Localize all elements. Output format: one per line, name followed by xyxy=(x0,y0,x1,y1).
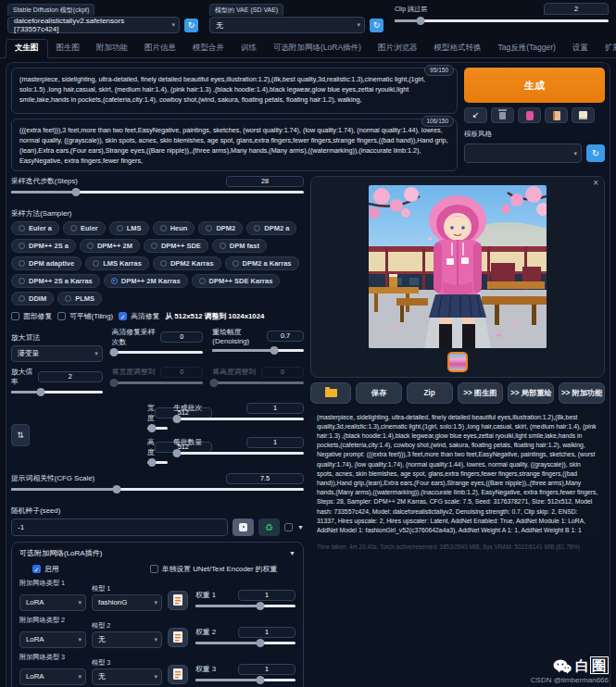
generated-image[interactable] xyxy=(369,185,547,348)
chevron-down-icon[interactable]: ▼ xyxy=(289,550,295,556)
sampler-option-dpm-sde[interactable]: DPM++ SDE xyxy=(144,239,208,253)
sampler-option-dpm2[interactable]: DPM2 xyxy=(198,221,243,235)
read-generation-params-button[interactable]: ↙ xyxy=(464,107,487,123)
tiling-toggle[interactable]: 可平铺(Tiling) xyxy=(57,311,113,321)
slider-handle[interactable] xyxy=(257,639,265,647)
send-to-inpaint-button[interactable]: >> 局部重绘 xyxy=(508,382,554,404)
width-slider[interactable] xyxy=(147,424,168,433)
tab-tagger[interactable]: Tag反推(Tagger) xyxy=(489,40,563,57)
lora-model-dropdown[interactable]: 无 xyxy=(92,631,162,648)
send-to-extras-button[interactable]: >> 附加功能 xyxy=(559,382,605,404)
slider-handle[interactable] xyxy=(416,17,424,25)
clip-skip-slider[interactable] xyxy=(395,16,609,25)
sampler-option-plms[interactable]: PLMS xyxy=(57,292,102,306)
slider-handle[interactable] xyxy=(257,676,265,684)
sampler-option-euler[interactable]: Euler xyxy=(63,221,106,235)
checkbox-checked-icon[interactable] xyxy=(32,565,41,573)
tab-checkpoint-merger[interactable]: 模型合并 xyxy=(184,40,233,57)
cfg-value[interactable]: 7.5 xyxy=(226,473,304,484)
lora-weight-slider[interactable] xyxy=(195,676,295,685)
sampler-option-dpm2-a-karras[interactable]: DPM2 a Karras xyxy=(225,256,299,270)
upscaler-dropdown[interactable]: 潜变量 xyxy=(11,345,103,362)
slider-handle[interactable] xyxy=(109,348,118,356)
sampler-option-heun[interactable]: Heun xyxy=(153,221,195,235)
checkbox-icon[interactable] xyxy=(57,312,66,320)
sampler-option-dpm-adaptive[interactable]: DPM adaptive xyxy=(11,256,82,270)
slider-handle[interactable] xyxy=(173,415,182,423)
sampler-option-dpm-sde-karras[interactable]: DPM++ SDE Karras xyxy=(192,274,281,288)
tab-additional-networks[interactable]: 可选附加网络(LoRA插件) xyxy=(265,40,370,57)
upscale-by-slider[interactable] xyxy=(11,388,103,397)
sampler-option-dpm2-a[interactable]: DPM2 a xyxy=(246,221,296,235)
save-style-button[interactable] xyxy=(572,107,595,123)
sampler-option-dpm-fast[interactable]: DPM fast xyxy=(212,239,267,253)
lora-type-dropdown[interactable]: LoRA xyxy=(19,631,86,648)
tab-image-browser[interactable]: 图片浏览器 xyxy=(370,40,426,57)
lora-model-info-button[interactable] xyxy=(168,628,188,647)
slider-handle[interactable] xyxy=(36,388,44,396)
sampler-option-lms[interactable]: LMS xyxy=(109,221,149,235)
lora-separate-weights-toggle[interactable]: 单独设置 UNet/Text Encoder 的权重 xyxy=(150,564,295,574)
sampler-option-dpm-2m-karras[interactable]: DPM++ 2M Karras xyxy=(104,274,188,288)
sampler-option-euler-a[interactable]: Euler a xyxy=(11,221,59,235)
negative-prompt-input[interactable]: 106/150 (((extra feet))),3 feet,more tha… xyxy=(11,119,458,171)
image-thumbnail[interactable] xyxy=(447,352,468,372)
lora-model-info-button[interactable] xyxy=(168,591,188,610)
sampler-option-dpm-2s-a-karras[interactable]: DPM++ 2S a Karras xyxy=(11,274,100,288)
generate-button[interactable]: 生成 xyxy=(464,68,605,103)
lora-type-dropdown[interactable]: LoRA xyxy=(19,594,86,611)
lora-weight-value[interactable]: 1 xyxy=(238,664,295,675)
lora-weight-slider[interactable] xyxy=(195,602,295,611)
batch-count-slider[interactable] xyxy=(173,415,304,424)
slider-handle[interactable] xyxy=(112,485,120,493)
slider-handle[interactable] xyxy=(71,188,80,196)
sampler-option-dpm2-karras[interactable]: DPM2 Karras xyxy=(153,256,221,270)
clear-prompt-button[interactable] xyxy=(491,107,514,123)
reuse-seed-button[interactable]: ♻ xyxy=(258,518,280,536)
slider-handle[interactable] xyxy=(147,458,156,467)
tab-img2img[interactable]: 图生图 xyxy=(48,40,89,57)
slider-handle[interactable] xyxy=(257,602,265,610)
sampler-option-ddim[interactable]: DDIM xyxy=(11,292,54,306)
batch-size-value[interactable]: 1 xyxy=(246,437,304,448)
lora-weight-value[interactable]: 1 xyxy=(238,627,295,638)
tab-model-converter[interactable]: 模型格式转换 xyxy=(425,40,489,57)
tab-train[interactable]: 训练 xyxy=(233,40,265,57)
slider-handle[interactable] xyxy=(270,346,279,355)
steps-value[interactable]: 28 xyxy=(226,176,304,187)
sampler-option-dpm-2m[interactable]: DPM++ 2M xyxy=(80,239,140,253)
hires-fix-toggle[interactable]: 高清修复 xyxy=(119,311,159,321)
send-to-img2img-button[interactable]: >> 图生图 xyxy=(458,382,504,404)
lora-model-info-button[interactable] xyxy=(168,665,188,684)
checkpoint-dropdown[interactable]: dalceforealistictallyv2.safetensors [733… xyxy=(7,17,180,33)
sampler-option-lms-karras[interactable]: LMS Karras xyxy=(85,256,149,270)
denoising-value[interactable]: 0.7 xyxy=(267,331,304,342)
zip-button[interactable]: Zip xyxy=(407,382,453,404)
face-restore-toggle[interactable]: 面部修复 xyxy=(11,311,52,321)
upscale-by-value[interactable]: 2 xyxy=(38,371,103,382)
lora-model-dropdown[interactable]: fashionG xyxy=(92,594,162,611)
styles-apply-button[interactable]: ↻ xyxy=(586,144,605,162)
seed-input[interactable]: -1 xyxy=(11,518,228,536)
batch-count-value[interactable]: 1 xyxy=(246,403,304,414)
prompt-style-apply-button[interactable] xyxy=(545,107,568,123)
batch-size-slider[interactable] xyxy=(173,449,304,458)
cfg-slider[interactable] xyxy=(11,485,304,494)
tab-txt2img[interactable]: 文生图 xyxy=(6,39,48,58)
seed-extra-checkbox[interactable] xyxy=(284,523,293,531)
tab-extensions[interactable]: 扩展 xyxy=(597,40,616,57)
lora-weight-value[interactable]: 1 xyxy=(238,590,295,601)
save-button[interactable]: 保存 xyxy=(356,382,402,404)
tab-settings[interactable]: 设置 xyxy=(564,40,597,57)
checkbox-icon[interactable] xyxy=(11,312,19,320)
steps-slider[interactable] xyxy=(11,188,304,197)
sampler-option-dpm-2s-a[interactable]: DPM++ 2S a xyxy=(11,239,76,253)
random-seed-button[interactable] xyxy=(233,518,254,536)
swap-dimensions-button[interactable]: ⇅ xyxy=(11,424,30,446)
open-folder-button[interactable] xyxy=(310,382,351,404)
extra-networks-button[interactable] xyxy=(518,107,541,123)
checkbox-checked-icon[interactable] xyxy=(119,312,127,320)
hires-steps-value[interactable]: 0 xyxy=(160,331,203,343)
tab-png-info[interactable]: 图片信息 xyxy=(136,40,184,57)
lora-weight-slider[interactable] xyxy=(195,639,295,648)
